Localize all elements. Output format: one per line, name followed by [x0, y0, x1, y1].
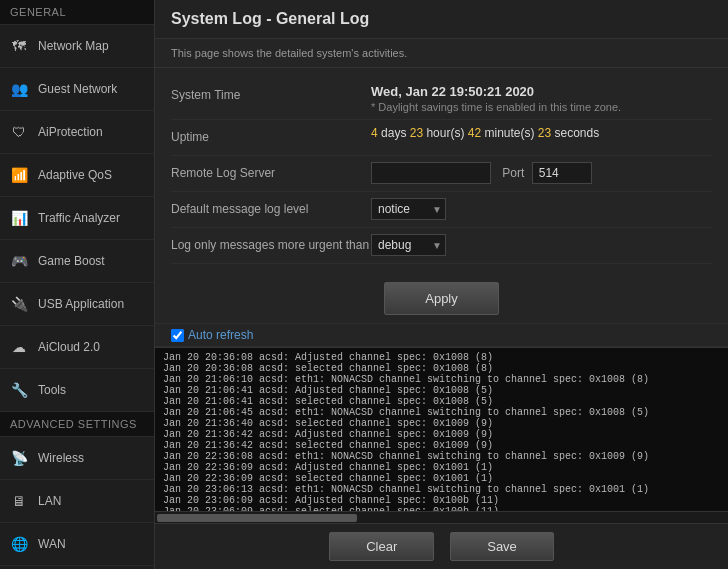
form-area: System Time Wed, Jan 22 19:50:21 2020 * …: [155, 68, 728, 274]
uptime-minutes-text: minute(s): [484, 126, 537, 140]
uptime-minutes: 42: [468, 126, 481, 140]
sidebar-section-advanced: Advanced Settings: [0, 412, 154, 437]
sidebar-item-label: AiProtection: [38, 125, 103, 139]
uptime-days-text: days: [381, 126, 410, 140]
sidebar-item-label: Tools: [38, 383, 66, 397]
aicloud-icon: ☁: [8, 336, 30, 358]
sidebar-item-game-boost[interactable]: 🎮 Game Boost: [0, 240, 154, 283]
sidebar-item-guest-network[interactable]: 👥 Guest Network: [0, 68, 154, 111]
sidebar-item-label: Traffic Analyzer: [38, 211, 120, 225]
sidebar-item-label: LAN: [38, 494, 61, 508]
uptime-hours: 23: [410, 126, 423, 140]
clear-button[interactable]: Clear: [329, 532, 434, 561]
sidebar-item-tools[interactable]: 🔧 Tools: [0, 369, 154, 412]
wan-icon: 🌐: [8, 533, 30, 555]
uptime-row: Uptime 4 days 23 hour(s) 42 minute(s) 23…: [171, 120, 712, 156]
system-time-datetime: Wed, Jan 22 19:50:21 2020: [371, 84, 712, 99]
uptime-hours-text: hour(s): [426, 126, 467, 140]
traffic-analyzer-icon: 📊: [8, 207, 30, 229]
lan-icon: 🖥: [8, 490, 30, 512]
system-time-row: System Time Wed, Jan 22 19:50:21 2020 * …: [171, 78, 712, 120]
urgent-log-label: Log only messages more urgent than: [171, 234, 371, 252]
bottom-bar: Clear Save: [155, 523, 728, 569]
default-log-select-wrap: emergalertcriterr warningnoticeinfodebug…: [371, 198, 446, 220]
sidebar-item-lan[interactable]: 🖥 LAN: [0, 480, 154, 523]
page-description: This page shows the detailed system's ac…: [155, 39, 728, 68]
default-log-label: Default message log level: [171, 198, 371, 216]
guest-network-icon: 👥: [8, 78, 30, 100]
system-time-note: * Daylight savings time is enabled in th…: [371, 101, 712, 113]
main-content: System Log - General Log This page shows…: [155, 0, 728, 569]
uptime-seconds-text: seconds: [555, 126, 600, 140]
urgent-log-row: Log only messages more urgent than emerg…: [171, 228, 712, 264]
uptime-label: Uptime: [171, 126, 371, 144]
urgent-log-select[interactable]: emergalertcriterr warningnoticeinfodebug: [371, 234, 446, 256]
sidebar-item-adaptive-qos[interactable]: 📶 Adaptive QoS: [0, 154, 154, 197]
uptime-value: 4 days 23 hour(s) 42 minute(s) 23 second…: [371, 126, 712, 140]
sidebar: GENERAL 🗺 Network Map 👥 Guest Network 🛡 …: [0, 0, 155, 569]
uptime-seconds: 23: [538, 126, 551, 140]
usb-application-icon: 🔌: [8, 293, 30, 315]
sidebar-item-label: Adaptive QoS: [38, 168, 112, 182]
sidebar-item-label: Network Map: [38, 39, 109, 53]
auto-refresh-label[interactable]: Auto refresh: [188, 328, 253, 342]
log-output[interactable]: Jan 20 20:36:08 acsd: Adjusted channel s…: [155, 347, 728, 511]
auto-refresh-row: Auto refresh: [155, 324, 728, 347]
sidebar-item-wan[interactable]: 🌐 WAN: [0, 523, 154, 566]
sidebar-item-network-map[interactable]: 🗺 Network Map: [0, 25, 154, 68]
sidebar-item-aicloud[interactable]: ☁ AiCloud 2.0: [0, 326, 154, 369]
scrollbar-thumb: [157, 514, 357, 522]
sidebar-item-label: Game Boost: [38, 254, 105, 268]
default-log-value: emergalertcriterr warningnoticeinfodebug…: [371, 198, 712, 220]
port-input[interactable]: [532, 162, 592, 184]
default-log-row: Default message log level emergalertcrit…: [171, 192, 712, 228]
game-boost-icon: 🎮: [8, 250, 30, 272]
system-time-value: Wed, Jan 22 19:50:21 2020 * Daylight sav…: [371, 84, 712, 113]
sidebar-item-aiprotection[interactable]: 🛡 AiProtection: [0, 111, 154, 154]
network-map-icon: 🗺: [8, 35, 30, 57]
remote-log-input[interactable]: [371, 162, 491, 184]
log-horizontal-scrollbar[interactable]: [155, 511, 728, 523]
sidebar-item-label: AiCloud 2.0: [38, 340, 100, 354]
uptime-days: 4: [371, 126, 378, 140]
page-title: System Log - General Log: [155, 0, 728, 39]
apply-button[interactable]: Apply: [384, 282, 499, 315]
remote-log-label: Remote Log Server: [171, 162, 371, 180]
remote-log-row: Remote Log Server Port: [171, 156, 712, 192]
sidebar-item-label: USB Application: [38, 297, 124, 311]
port-label: Port: [502, 166, 524, 180]
sidebar-item-label: Guest Network: [38, 82, 117, 96]
auto-refresh-checkbox[interactable]: [171, 329, 184, 342]
aiprotection-icon: 🛡: [8, 121, 30, 143]
sidebar-item-label: Wireless: [38, 451, 84, 465]
sidebar-item-traffic-analyzer[interactable]: 📊 Traffic Analyzer: [0, 197, 154, 240]
sidebar-section-general: GENERAL: [0, 0, 154, 25]
default-log-select[interactable]: emergalertcriterr warningnoticeinfodebug: [371, 198, 446, 220]
urgent-log-select-wrap: emergalertcriterr warningnoticeinfodebug…: [371, 234, 446, 256]
system-time-label: System Time: [171, 84, 371, 102]
adaptive-qos-icon: 📶: [8, 164, 30, 186]
apply-row: Apply: [155, 274, 728, 324]
sidebar-item-wireless[interactable]: 📡 Wireless: [0, 437, 154, 480]
urgent-log-value: emergalertcriterr warningnoticeinfodebug…: [371, 234, 712, 256]
save-button[interactable]: Save: [450, 532, 554, 561]
remote-log-value: Port: [371, 162, 712, 184]
wireless-icon: 📡: [8, 447, 30, 469]
tools-icon: 🔧: [8, 379, 30, 401]
sidebar-item-usb-application[interactable]: 🔌 USB Application: [0, 283, 154, 326]
sidebar-item-label: WAN: [38, 537, 66, 551]
